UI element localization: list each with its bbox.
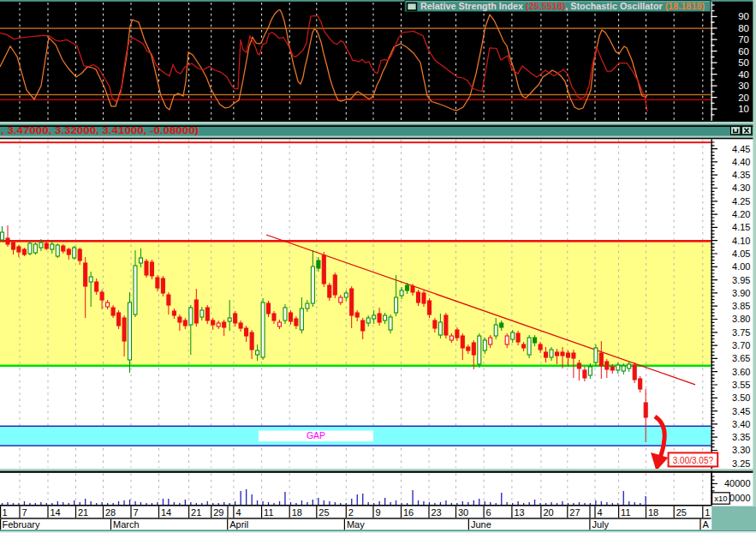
svg-text:25: 25 <box>676 507 687 518</box>
svg-text:4.30: 4.30 <box>732 183 750 193</box>
svg-text:9: 9 <box>376 507 381 518</box>
svg-text:4.00: 4.00 <box>732 261 750 272</box>
svg-text:7: 7 <box>22 507 27 518</box>
svg-text:July: July <box>592 519 609 530</box>
svg-text:3.55: 3.55 <box>732 380 750 390</box>
svg-text:June: June <box>471 519 491 530</box>
svg-text:40000: 40000 <box>724 478 751 488</box>
svg-text:18: 18 <box>292 507 302 518</box>
svg-text:3.40: 3.40 <box>732 419 750 429</box>
svg-text:4: 4 <box>235 507 241 518</box>
svg-text:3.90: 3.90 <box>732 288 750 298</box>
svg-text:, 3.47000, 3.32000, 3.41000, -: , 3.47000, 3.32000, 3.41000, -0.08000) <box>1 125 199 135</box>
svg-text:3.35: 3.35 <box>732 432 750 442</box>
svg-text:February: February <box>3 519 41 530</box>
svg-text:21: 21 <box>78 507 88 518</box>
svg-text:3.45: 3.45 <box>732 406 750 416</box>
svg-text:30: 30 <box>458 507 468 518</box>
svg-text:Relative Strength Index (25.55: Relative Strength Index (25.5518), Stoch… <box>420 1 705 11</box>
svg-text:March: March <box>113 519 140 530</box>
svg-text:1: 1 <box>3 507 8 518</box>
svg-text:3.00/3.05?: 3.00/3.05? <box>673 456 714 465</box>
svg-text:4: 4 <box>598 507 603 518</box>
svg-text:4.05: 4.05 <box>732 249 750 259</box>
svg-text:3.30: 3.30 <box>732 445 750 455</box>
svg-text:60: 60 <box>738 46 749 57</box>
svg-text:20: 20 <box>543 507 553 518</box>
svg-text:4.35: 4.35 <box>732 170 750 180</box>
svg-text:1: 1 <box>705 507 710 518</box>
svg-text:4.15: 4.15 <box>732 222 750 232</box>
svg-text:11: 11 <box>264 507 273 518</box>
svg-text:4.10: 4.10 <box>732 236 750 246</box>
svg-text:3.80: 3.80 <box>732 314 750 324</box>
svg-text:x10: x10 <box>714 494 727 503</box>
svg-text:14: 14 <box>161 507 171 518</box>
svg-text:2: 2 <box>348 507 354 518</box>
svg-text:23: 23 <box>432 507 442 518</box>
svg-text:3.95: 3.95 <box>732 275 750 285</box>
svg-text:3.50: 3.50 <box>732 392 750 403</box>
svg-text:18: 18 <box>648 507 658 518</box>
svg-text:40: 40 <box>738 69 749 80</box>
svg-text:14: 14 <box>51 507 61 518</box>
svg-text:21: 21 <box>191 507 201 518</box>
svg-text:3.25: 3.25 <box>732 458 750 469</box>
svg-text:28: 28 <box>105 507 116 518</box>
svg-text:70: 70 <box>738 34 749 45</box>
svg-text:13: 13 <box>514 507 524 518</box>
svg-text:4.40: 4.40 <box>732 157 750 167</box>
svg-text:4.45: 4.45 <box>732 144 750 154</box>
svg-text:May: May <box>347 519 365 530</box>
svg-text:30: 30 <box>738 81 749 91</box>
svg-text:3.60: 3.60 <box>732 367 750 377</box>
svg-text:10: 10 <box>738 104 749 114</box>
svg-text:7: 7 <box>134 507 139 518</box>
svg-text:4.25: 4.25 <box>732 196 750 207</box>
svg-text:3.75: 3.75 <box>732 327 750 338</box>
svg-text:April: April <box>229 519 248 530</box>
svg-text:11: 11 <box>621 507 630 518</box>
svg-text:29: 29 <box>213 507 223 518</box>
svg-text:4.20: 4.20 <box>732 209 750 219</box>
svg-text:25: 25 <box>318 507 329 518</box>
svg-text:80: 80 <box>738 23 749 33</box>
svg-text:20: 20 <box>738 93 749 103</box>
svg-text:90: 90 <box>738 11 749 21</box>
svg-text:6: 6 <box>486 507 491 518</box>
svg-text:16: 16 <box>403 507 414 518</box>
svg-text:27: 27 <box>569 507 580 518</box>
svg-text:GAP: GAP <box>307 430 325 440</box>
svg-text:3.65: 3.65 <box>732 353 750 363</box>
svg-text:3.70: 3.70 <box>732 340 750 350</box>
svg-text:3.85: 3.85 <box>732 301 750 311</box>
svg-text:50: 50 <box>738 57 749 68</box>
svg-text:A: A <box>703 519 710 530</box>
